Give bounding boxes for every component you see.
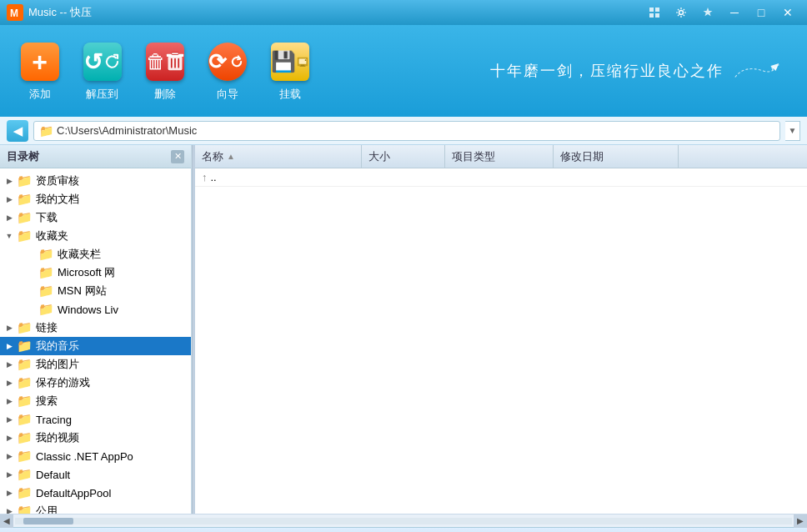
tree-item-label: MSN 网站 bbox=[58, 284, 107, 299]
hscroll-track[interactable] bbox=[15, 518, 792, 524]
tree-item[interactable]: ▶📁我的视频 bbox=[0, 429, 191, 447]
folder-icon: 📁 bbox=[17, 412, 33, 427]
tree-item[interactable]: ▶📁链接 bbox=[0, 319, 191, 337]
col-size-label: 大小 bbox=[368, 149, 390, 164]
tree-item[interactable]: ▶📁Tracing bbox=[0, 410, 191, 429]
folder-icon: 📁 bbox=[17, 357, 33, 372]
tree-item-label: 我的音乐 bbox=[36, 339, 79, 354]
tree-item[interactable]: ▶📁保存的游戏 bbox=[0, 374, 191, 392]
col-header-name[interactable]: 名称 ▲ bbox=[195, 145, 362, 168]
tree-expander: ▼ bbox=[3, 230, 15, 242]
tree-item[interactable]: ▶📁我的文档 bbox=[0, 190, 191, 208]
add-label: 添加 bbox=[29, 87, 51, 102]
tree-expander: ▶ bbox=[3, 395, 15, 407]
tree-item[interactable]: 📁Windows Liv bbox=[0, 300, 191, 319]
folder-icon: 📁 bbox=[17, 394, 33, 409]
folder-icon: 📁 bbox=[38, 302, 54, 317]
mount-button[interactable]: 挂载 bbox=[267, 40, 313, 102]
tree-panel-title: 目录树 bbox=[7, 149, 39, 164]
tree-item[interactable]: ▶📁下载 bbox=[0, 208, 191, 227]
grid-button[interactable] bbox=[642, 4, 667, 21]
up-icon: ↑ bbox=[202, 171, 208, 183]
close-panel-button[interactable]: ✕ bbox=[171, 150, 184, 163]
tree-item[interactable]: 📁Microsoft 网 bbox=[0, 263, 191, 282]
tree-expander: ▶ bbox=[3, 377, 15, 389]
restore-button[interactable]: □ bbox=[749, 4, 774, 21]
extract-label: 解压到 bbox=[86, 87, 118, 102]
tree-item[interactable]: ▶📁公用 bbox=[0, 502, 191, 514]
col-header-date[interactable]: 修改日期 bbox=[554, 145, 679, 168]
tree-item[interactable]: ▶📁Default bbox=[0, 465, 191, 484]
col-header-type[interactable]: 项目类型 bbox=[445, 145, 554, 168]
tree-expander bbox=[25, 304, 37, 315]
folder-icon: 📁 bbox=[17, 504, 33, 514]
back-button[interactable]: ◀ bbox=[7, 120, 28, 142]
tree-item-label: Tracing bbox=[36, 414, 72, 426]
tree-expander: ▶ bbox=[3, 340, 15, 352]
col-header-size[interactable]: 大小 bbox=[362, 145, 445, 168]
window-title: Music -- 快压 bbox=[28, 5, 642, 20]
extract-icon bbox=[83, 43, 122, 81]
tree-item-label: 资质审核 bbox=[36, 173, 79, 188]
file-header: 名称 ▲ 大小 项目类型 修改日期 bbox=[195, 145, 807, 168]
tree-item-label: Windows Liv bbox=[58, 304, 118, 316]
tree-item[interactable]: ▶📁Classic .NET AppPo bbox=[0, 447, 191, 465]
tree-item-label: 我的视频 bbox=[36, 430, 79, 445]
hscroll-left-button[interactable]: ◀ bbox=[0, 514, 13, 528]
folder-icon: 📁 bbox=[17, 485, 33, 500]
delete-label: 删除 bbox=[154, 87, 176, 102]
tree-expander: ▶ bbox=[3, 175, 15, 187]
svg-rect-4 bbox=[649, 13, 654, 18]
settings-button[interactable] bbox=[669, 4, 694, 21]
svg-rect-3 bbox=[655, 8, 659, 12]
folder-icon: 📁 bbox=[17, 320, 33, 335]
path-text: C:\Users\Administrator\Music bbox=[57, 124, 197, 137]
tree-item-label: 公用 bbox=[36, 504, 58, 514]
wizard-label: 向导 bbox=[217, 87, 238, 102]
tree-item-label: 搜索 bbox=[36, 394, 58, 409]
tree-item-label: 链接 bbox=[36, 320, 58, 335]
tree-item[interactable]: ▶📁资质审核 bbox=[0, 172, 191, 190]
tree-expander bbox=[25, 285, 37, 297]
extract-button[interactable]: 解压到 bbox=[79, 40, 125, 102]
col-date-label: 修改日期 bbox=[560, 149, 604, 164]
delete-button[interactable]: 删除 bbox=[142, 40, 188, 102]
path-dropdown[interactable]: ▼ bbox=[785, 121, 800, 141]
mount-icon bbox=[271, 43, 309, 81]
tree-item[interactable]: 📁收藏夹栏 bbox=[0, 245, 191, 263]
path-folder-icon: 📁 bbox=[39, 124, 53, 138]
tree-item-label: 收藏夹栏 bbox=[58, 247, 101, 262]
close-button[interactable]: ✕ bbox=[775, 4, 800, 21]
tree-item[interactable]: 📁MSN 网站 bbox=[0, 282, 191, 300]
wizard-button[interactable]: 向导 bbox=[204, 40, 250, 102]
pin-button[interactable] bbox=[695, 4, 720, 21]
file-row[interactable]: ↑.. bbox=[195, 168, 807, 187]
minimize-button[interactable]: ─ bbox=[722, 4, 747, 21]
toolbar: 添加 解压到 删除 bbox=[0, 25, 807, 117]
tree-item-label: 收藏夹 bbox=[36, 228, 68, 243]
slogan: 十年磨一剑，压缩行业良心之作 bbox=[490, 58, 782, 83]
file-panel: 名称 ▲ 大小 项目类型 修改日期 ↑.. bbox=[195, 145, 807, 514]
addressbar: ◀ 📁 C:\Users\Administrator\Music ▼ bbox=[0, 117, 807, 145]
svg-rect-12 bbox=[300, 65, 303, 66]
folder-icon: 📁 bbox=[38, 247, 54, 262]
tree-content[interactable]: ▶📁资质审核▶📁我的文档▶📁下载▼📁收藏夹 📁收藏夹栏 📁Microsoft 网… bbox=[0, 168, 191, 514]
add-icon bbox=[21, 43, 59, 81]
hscroll-thumb[interactable] bbox=[23, 518, 73, 524]
path-display[interactable]: 📁 C:\Users\Administrator\Music bbox=[33, 121, 780, 141]
hscroll-right-button[interactable]: ▶ bbox=[794, 514, 807, 528]
tree-panel-header: 目录树 ✕ bbox=[0, 145, 191, 168]
tree-item[interactable]: ▼📁收藏夹 bbox=[0, 227, 191, 245]
folder-icon: 📁 bbox=[17, 375, 33, 390]
tree-item-label: Microsoft 网 bbox=[58, 265, 115, 280]
horizontal-scrollbar[interactable]: ◀ ▶ bbox=[0, 514, 807, 527]
tree-item[interactable]: ▶📁我的图片 bbox=[0, 355, 191, 374]
tree-item[interactable]: ▶📁搜索 bbox=[0, 392, 191, 410]
tree-item[interactable]: ▶📁我的音乐 bbox=[0, 337, 191, 355]
add-button[interactable]: 添加 bbox=[17, 40, 63, 102]
wizard-icon bbox=[208, 43, 247, 81]
folder-icon: 📁 bbox=[17, 339, 33, 354]
tree-item-label: 下载 bbox=[36, 210, 58, 225]
tree-item[interactable]: ▶📁DefaultAppPool bbox=[0, 484, 191, 502]
mount-label: 挂载 bbox=[279, 87, 301, 102]
